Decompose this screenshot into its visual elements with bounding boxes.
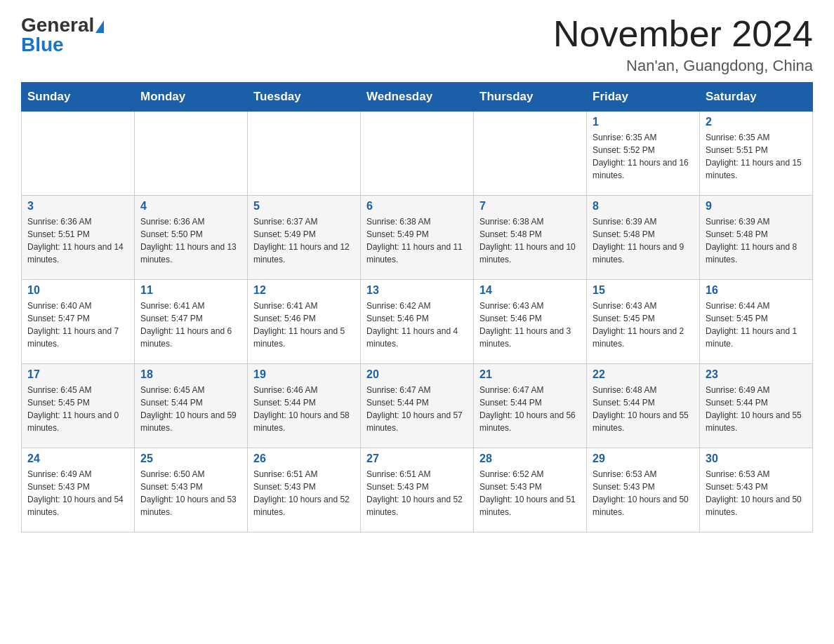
calendar-cell: 11Sunrise: 6:41 AM Sunset: 5:47 PM Dayli…: [135, 280, 248, 364]
day-info: Sunrise: 6:44 AM Sunset: 5:45 PM Dayligh…: [706, 300, 807, 350]
calendar-cell: 24Sunrise: 6:49 AM Sunset: 5:43 PM Dayli…: [22, 448, 135, 532]
calendar-cell: 7Sunrise: 6:38 AM Sunset: 5:48 PM Daylig…: [474, 196, 587, 280]
calendar-cell: [135, 112, 248, 196]
day-number: 18: [140, 368, 241, 381]
calendar-cell: 20Sunrise: 6:47 AM Sunset: 5:44 PM Dayli…: [361, 364, 474, 448]
day-number: 6: [366, 200, 468, 213]
calendar-cell: 23Sunrise: 6:49 AM Sunset: 5:44 PM Dayli…: [700, 364, 813, 448]
day-number: 30: [706, 452, 807, 465]
calendar-week-row: 1Sunrise: 6:35 AM Sunset: 5:52 PM Daylig…: [22, 112, 813, 196]
day-number: 9: [706, 200, 807, 213]
calendar-cell: [22, 112, 135, 196]
day-number: 24: [27, 452, 128, 465]
day-number: 3: [27, 200, 128, 213]
day-number: 4: [140, 200, 241, 213]
day-number: 7: [479, 200, 581, 213]
calendar-cell: 28Sunrise: 6:52 AM Sunset: 5:43 PM Dayli…: [474, 448, 587, 532]
calendar-cell: 14Sunrise: 6:43 AM Sunset: 5:46 PM Dayli…: [474, 280, 587, 364]
day-number: 28: [479, 452, 581, 465]
calendar-cell: 8Sunrise: 6:39 AM Sunset: 5:48 PM Daylig…: [587, 196, 700, 280]
calendar-cell: 26Sunrise: 6:51 AM Sunset: 5:43 PM Dayli…: [248, 448, 361, 532]
calendar-cell: 1Sunrise: 6:35 AM Sunset: 5:52 PM Daylig…: [587, 112, 700, 196]
day-of-week-header: Saturday: [700, 83, 813, 112]
day-info: Sunrise: 6:48 AM Sunset: 5:44 PM Dayligh…: [593, 384, 694, 434]
day-info: Sunrise: 6:35 AM Sunset: 5:52 PM Dayligh…: [593, 131, 694, 182]
day-number: 8: [593, 200, 694, 213]
calendar-cell: 19Sunrise: 6:46 AM Sunset: 5:44 PM Dayli…: [248, 364, 361, 448]
calendar-cell: 12Sunrise: 6:41 AM Sunset: 5:46 PM Dayli…: [248, 280, 361, 364]
calendar-cell: 30Sunrise: 6:53 AM Sunset: 5:43 PM Dayli…: [700, 448, 813, 532]
calendar-header-row: SundayMondayTuesdayWednesdayThursdayFrid…: [22, 83, 813, 112]
day-number: 11: [140, 284, 241, 297]
day-number: 20: [366, 368, 468, 381]
calendar-cell: 16Sunrise: 6:44 AM Sunset: 5:45 PM Dayli…: [700, 280, 813, 364]
day-info: Sunrise: 6:38 AM Sunset: 5:49 PM Dayligh…: [366, 215, 468, 266]
day-info: Sunrise: 6:52 AM Sunset: 5:43 PM Dayligh…: [479, 468, 581, 518]
day-info: Sunrise: 6:39 AM Sunset: 5:48 PM Dayligh…: [706, 215, 807, 266]
logo-text-bottom: Blue: [21, 34, 64, 56]
day-of-week-header: Monday: [135, 83, 248, 112]
day-info: Sunrise: 6:39 AM Sunset: 5:48 PM Dayligh…: [593, 215, 694, 266]
day-number: 29: [593, 452, 694, 465]
day-number: 14: [479, 284, 581, 297]
day-info: Sunrise: 6:51 AM Sunset: 5:43 PM Dayligh…: [253, 468, 355, 518]
day-number: 21: [479, 368, 581, 381]
day-of-week-header: Tuesday: [248, 83, 361, 112]
day-of-week-header: Friday: [587, 83, 700, 112]
day-of-week-header: Thursday: [474, 83, 587, 112]
calendar-cell: 17Sunrise: 6:45 AM Sunset: 5:45 PM Dayli…: [22, 364, 135, 448]
day-info: Sunrise: 6:45 AM Sunset: 5:45 PM Dayligh…: [27, 384, 128, 434]
day-info: Sunrise: 6:35 AM Sunset: 5:51 PM Dayligh…: [706, 131, 807, 182]
calendar-cell: 18Sunrise: 6:45 AM Sunset: 5:44 PM Dayli…: [135, 364, 248, 448]
day-info: Sunrise: 6:36 AM Sunset: 5:51 PM Dayligh…: [27, 215, 128, 266]
day-info: Sunrise: 6:53 AM Sunset: 5:43 PM Dayligh…: [593, 468, 694, 518]
day-number: 25: [140, 452, 241, 465]
day-info: Sunrise: 6:41 AM Sunset: 5:46 PM Dayligh…: [253, 300, 355, 350]
calendar-cell: [248, 112, 361, 196]
day-number: 22: [593, 368, 694, 381]
calendar-cell: [361, 112, 474, 196]
day-number: 1: [593, 116, 694, 128]
calendar-cell: 21Sunrise: 6:47 AM Sunset: 5:44 PM Dayli…: [474, 364, 587, 448]
calendar-cell: 22Sunrise: 6:48 AM Sunset: 5:44 PM Dayli…: [587, 364, 700, 448]
day-info: Sunrise: 6:43 AM Sunset: 5:46 PM Dayligh…: [479, 300, 581, 350]
day-number: 12: [253, 284, 355, 297]
day-info: Sunrise: 6:43 AM Sunset: 5:45 PM Dayligh…: [593, 300, 694, 350]
day-info: Sunrise: 6:46 AM Sunset: 5:44 PM Dayligh…: [253, 384, 355, 434]
day-info: Sunrise: 6:45 AM Sunset: 5:44 PM Dayligh…: [140, 384, 241, 434]
day-info: Sunrise: 6:38 AM Sunset: 5:48 PM Dayligh…: [479, 215, 581, 266]
day-number: 23: [706, 368, 807, 381]
day-info: Sunrise: 6:49 AM Sunset: 5:43 PM Dayligh…: [27, 468, 128, 518]
calendar-week-row: 3Sunrise: 6:36 AM Sunset: 5:51 PM Daylig…: [22, 196, 813, 280]
page-header: General Blue November 2024 Nan'an, Guang…: [21, 14, 813, 75]
calendar-cell: 29Sunrise: 6:53 AM Sunset: 5:43 PM Dayli…: [587, 448, 700, 532]
day-number: 19: [253, 368, 355, 381]
month-title: November 2024: [553, 14, 813, 54]
location: Nan'an, Guangdong, China: [553, 57, 813, 75]
calendar-cell: 9Sunrise: 6:39 AM Sunset: 5:48 PM Daylig…: [700, 196, 813, 280]
day-info: Sunrise: 6:50 AM Sunset: 5:43 PM Dayligh…: [140, 468, 241, 518]
day-info: Sunrise: 6:42 AM Sunset: 5:46 PM Dayligh…: [366, 300, 468, 350]
calendar-cell: 25Sunrise: 6:50 AM Sunset: 5:43 PM Dayli…: [135, 448, 248, 532]
calendar-week-row: 10Sunrise: 6:40 AM Sunset: 5:47 PM Dayli…: [22, 280, 813, 364]
day-number: 27: [366, 452, 468, 465]
calendar-week-row: 17Sunrise: 6:45 AM Sunset: 5:45 PM Dayli…: [22, 364, 813, 448]
calendar-cell: 5Sunrise: 6:37 AM Sunset: 5:49 PM Daylig…: [248, 196, 361, 280]
day-of-week-header: Sunday: [22, 83, 135, 112]
calendar-table: SundayMondayTuesdayWednesdayThursdayFrid…: [21, 82, 813, 532]
day-info: Sunrise: 6:37 AM Sunset: 5:49 PM Dayligh…: [253, 215, 355, 266]
header-right: November 2024 Nan'an, Guangdong, China: [553, 14, 813, 75]
day-info: Sunrise: 6:47 AM Sunset: 5:44 PM Dayligh…: [479, 384, 581, 434]
day-number: 13: [366, 284, 468, 297]
calendar-cell: 27Sunrise: 6:51 AM Sunset: 5:43 PM Dayli…: [361, 448, 474, 532]
day-number: 2: [706, 116, 807, 128]
day-number: 15: [593, 284, 694, 297]
calendar-cell: 3Sunrise: 6:36 AM Sunset: 5:51 PM Daylig…: [22, 196, 135, 280]
day-of-week-header: Wednesday: [361, 83, 474, 112]
day-number: 26: [253, 452, 355, 465]
day-info: Sunrise: 6:41 AM Sunset: 5:47 PM Dayligh…: [140, 300, 241, 350]
day-number: 17: [27, 368, 128, 381]
day-info: Sunrise: 6:49 AM Sunset: 5:44 PM Dayligh…: [706, 384, 807, 434]
calendar-cell: 13Sunrise: 6:42 AM Sunset: 5:46 PM Dayli…: [361, 280, 474, 364]
day-info: Sunrise: 6:51 AM Sunset: 5:43 PM Dayligh…: [366, 468, 468, 518]
